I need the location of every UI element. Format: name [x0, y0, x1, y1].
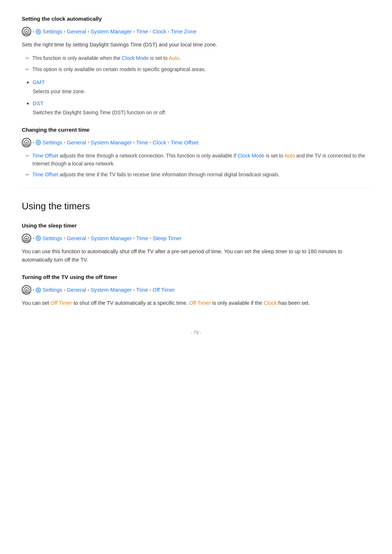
pencil-icon-4: ✏	[25, 171, 29, 179]
pencil-icon-3: ✏	[25, 152, 29, 160]
nav-link-settings-2: Settings	[42, 138, 62, 147]
bullet-list-1: GMT Selects your time zone. DST Switches…	[33, 78, 370, 117]
nav-link-time-1: Time	[136, 27, 148, 36]
nav-link-general-4: General	[67, 286, 86, 294]
nav-link-settings-4: Settings	[42, 286, 62, 294]
inline-link-clock-1: Clock	[264, 300, 277, 306]
chevron-icon-2f: ›	[168, 139, 169, 146]
home-icon-1	[22, 27, 31, 36]
nav-link-time-4: Time	[136, 286, 148, 294]
inline-link-timeoffset-1: Time Offset	[32, 153, 58, 159]
nav-settings-3: Settings	[36, 234, 62, 243]
chevron-icon-3a: ›	[33, 234, 34, 242]
section-sleep-timer: Using the sleep timer › Settings › Gener…	[22, 221, 370, 264]
description-1: Sets the right time by setting Daylight …	[22, 41, 370, 49]
note-text-4: Time Offset adjusts the time if the TV f…	[32, 171, 279, 178]
nav-settings-1: Settings	[36, 27, 62, 36]
bullet-item-dst: DST Switches the Daylight Saving Time (D…	[33, 99, 370, 116]
pencil-icon-1: ✏	[25, 55, 29, 62]
section-heading-1: Setting the clock automatically	[22, 15, 370, 23]
home-icon-2	[22, 138, 31, 147]
description-off: You can set Off Timer to shut off the TV…	[22, 299, 370, 307]
nav-link-time-3: Time	[136, 234, 148, 243]
bullet-desc-dst: Switches the Daylight Saving Time (DST) …	[33, 108, 370, 116]
svg-point-1	[38, 142, 39, 143]
chevron-icon-1d: ›	[133, 28, 135, 36]
section-setting-clock-auto: Setting the clock automatically › Settin…	[22, 15, 370, 117]
chevron-icon-2e: ›	[150, 139, 151, 146]
note-1: ✏ This function is only available when t…	[22, 54, 370, 62]
chevron-icon-2b: ›	[64, 139, 65, 146]
inline-link-offtimer-2: Off Timer	[189, 300, 211, 306]
svg-point-3	[38, 289, 39, 291]
bullet-item-gmt: GMT Selects your time zone.	[33, 78, 370, 95]
chevron-icon-1b: ›	[64, 28, 65, 36]
inline-link-auto-2: Auto	[285, 153, 295, 159]
chevron-icon-1f: ›	[168, 28, 169, 36]
nav-path-4: › Settings › General › System Manager › …	[22, 285, 370, 295]
nav-link-settings-1: Settings	[42, 27, 62, 36]
section-heading-off: Turning off the TV using the off timer	[22, 273, 370, 282]
chevron-icon-3e: ›	[150, 234, 151, 242]
chevron-icon-4b: ›	[64, 286, 65, 294]
inline-link-clockmode-1: Clock Mode	[122, 55, 149, 61]
nav-link-general-3: General	[67, 234, 86, 243]
chevron-icon-2a: ›	[33, 139, 34, 146]
chevron-icon-2d: ›	[133, 139, 135, 146]
nav-link-timeoffset: Time Offset	[171, 138, 199, 147]
page-footer: - 79 -	[22, 329, 370, 337]
svg-point-2	[38, 238, 39, 239]
chevron-icon-3c: ›	[87, 234, 89, 242]
nav-link-general-1: General	[67, 27, 86, 36]
note-2: ✏ This option is only available on certa…	[22, 65, 370, 74]
chevron-icon-4a: ›	[33, 286, 34, 294]
nav-settings-2: Settings	[36, 138, 62, 147]
description-sleep: You can use this function to automatical…	[22, 247, 370, 264]
pencil-icon-2: ✏	[25, 66, 29, 74]
nav-settings-4: Settings	[36, 286, 62, 294]
nav-link-settings-3: Settings	[42, 234, 62, 243]
inline-link-timeoffset-2: Time Offset	[32, 172, 58, 177]
section-using-timers: Using the timers Using the sleep timer ›…	[22, 188, 370, 307]
nav-link-sysmanager-1: System Manager	[91, 27, 132, 36]
bullet-title-gmt: GMT	[33, 78, 370, 87]
section-changing-time: Changing the current time › Settings › G…	[22, 126, 370, 179]
home-icon-4	[22, 285, 31, 295]
note-text-3: Time Offset adjusts the time through a n…	[32, 152, 370, 168]
chevron-icon-4d: ›	[133, 286, 135, 294]
section-heading-sleep: Using the sleep timer	[22, 221, 370, 230]
chevron-icon-4e: ›	[150, 286, 151, 294]
nav-link-offtimer: Off Timer	[152, 286, 175, 294]
chevron-icon-2c: ›	[87, 139, 89, 146]
inline-link-clockmode-2: Clock Mode	[237, 153, 264, 159]
note-3: ✏ Time Offset adjusts the time through a…	[22, 152, 370, 168]
nav-link-timezone: Time Zone	[171, 27, 196, 36]
nav-link-sysmanager-4: System Manager	[91, 286, 132, 294]
nav-link-sysmanager-2: System Manager	[91, 138, 132, 147]
nav-link-sleeptimer: Sleep Timer	[152, 234, 181, 243]
chevron-icon-1e: ›	[150, 28, 151, 36]
nav-link-time-2: Time	[136, 138, 148, 147]
divider-1	[22, 188, 370, 188]
section-off-timer: Turning off the TV using the off timer ›…	[22, 273, 370, 307]
bullet-desc-gmt: Selects your time zone.	[33, 87, 370, 95]
home-icon-3	[22, 234, 31, 243]
chevron-icon-3b: ›	[64, 234, 65, 242]
note-text-1: This function is only available when the…	[32, 54, 181, 62]
inline-link-auto-1: Auto	[169, 55, 179, 61]
nav-path-2: › Settings › General › System Manager › …	[22, 138, 370, 147]
big-heading-timers: Using the timers	[22, 199, 370, 214]
chevron-icon-1c: ›	[87, 28, 89, 36]
svg-point-0	[38, 31, 39, 32]
chevron-icon-4c: ›	[87, 286, 89, 294]
section-heading-2: Changing the current time	[22, 126, 370, 134]
note-4: ✏ Time Offset adjusts the time if the TV…	[22, 171, 370, 179]
bullet-title-dst: DST	[33, 99, 370, 108]
inline-link-offtimer-1: Off Timer	[50, 300, 72, 306]
nav-path-1: › Settings › General › System Manager › …	[22, 27, 370, 36]
chevron-icon-3d: ›	[133, 234, 135, 242]
note-text-2: This option is only available on certain…	[32, 65, 206, 73]
nav-link-sysmanager-3: System Manager	[91, 234, 132, 243]
page-number: - 79 -	[191, 330, 201, 335]
chevron-icon-1a: ›	[33, 28, 34, 36]
